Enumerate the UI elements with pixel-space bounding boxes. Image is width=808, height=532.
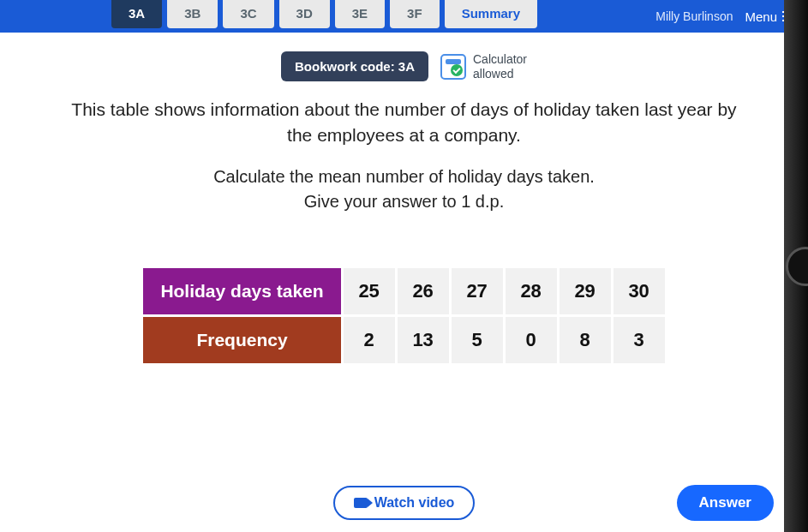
cell-freq-3: 0 <box>506 317 557 363</box>
top-bar: 3A 3B 3C 3D 3E 3F Summary Milly Burlinso… <box>0 0 808 33</box>
cell-freq-0: 2 <box>344 317 395 363</box>
frequency-table: Holiday days taken 25 26 27 28 29 30 Fre… <box>141 266 667 366</box>
calculator-line2: allowed <box>473 67 527 81</box>
cell-days-4: 29 <box>560 268 611 314</box>
cell-days-2: 27 <box>452 268 503 314</box>
question-text: This table shows information about the n… <box>70 97 739 149</box>
question-area: Bookwork code: 3A Calculator allowed Thi… <box>0 33 808 417</box>
home-button[interactable] <box>786 247 808 286</box>
cell-freq-2: 5 <box>452 317 503 363</box>
calculator-allowed: Calculator allowed <box>440 52 527 80</box>
video-icon <box>354 498 368 508</box>
tab-summary[interactable]: Summary <box>445 0 537 28</box>
calculator-icon <box>440 54 466 80</box>
cell-freq-4: 8 <box>560 317 611 363</box>
cell-days-1: 26 <box>398 268 449 314</box>
tab-3b[interactable]: 3B <box>167 0 218 28</box>
cell-days-3: 28 <box>506 268 557 314</box>
calculator-line1: Calculator <box>473 52 527 66</box>
table-row: Frequency 2 13 5 0 8 3 <box>143 317 664 363</box>
bottom-actions: Watch video Answer <box>0 486 808 520</box>
bookwork-code-badge: Bookwork code: 3A <box>281 51 428 81</box>
instruction-text: Calculate the mean number of holiday day… <box>34 164 774 214</box>
tab-3d[interactable]: 3D <box>279 0 330 28</box>
tab-3a[interactable]: 3A <box>111 0 162 28</box>
table-row: Holiday days taken 25 26 27 28 29 30 <box>143 268 664 314</box>
menu-label: Menu <box>745 9 777 24</box>
user-name: Milly Burlinson <box>655 9 733 23</box>
tab-3e[interactable]: 3E <box>335 0 385 28</box>
cell-days-5: 30 <box>613 268 665 314</box>
watch-video-button[interactable]: Watch video <box>333 486 476 520</box>
tab-strip: 3A 3B 3C 3D 3E 3F Summary <box>111 0 537 28</box>
cell-freq-1: 13 <box>398 317 449 363</box>
cell-freq-5: 3 <box>613 317 665 363</box>
tab-3f[interactable]: 3F <box>390 0 440 28</box>
check-icon <box>451 64 463 76</box>
device-bezel <box>784 0 808 532</box>
answer-button[interactable]: Answer <box>677 485 774 521</box>
watch-video-label: Watch video <box>374 495 455 511</box>
tab-3c[interactable]: 3C <box>223 0 273 28</box>
row-header-freq: Frequency <box>143 317 340 363</box>
row-header-days: Holiday days taken <box>143 268 340 314</box>
cell-days-0: 25 <box>344 268 395 314</box>
